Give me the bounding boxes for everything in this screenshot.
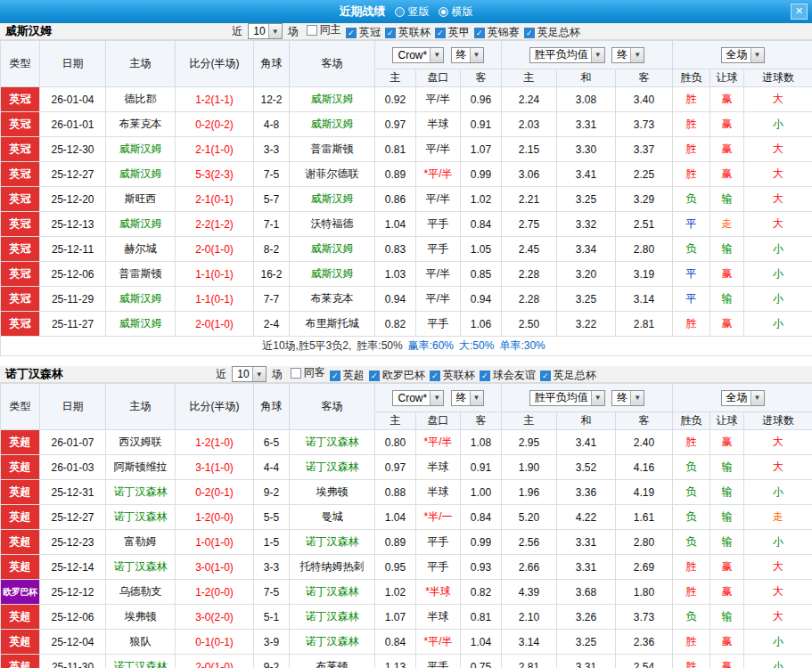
- view-option-vertical[interactable]: 竖版: [395, 4, 430, 20]
- result-handicap: 赢: [710, 137, 744, 162]
- match-date: 25-12-06: [40, 262, 106, 287]
- filter-checkbox[interactable]: ✓欧罗巴杯: [369, 368, 425, 383]
- score-halftime: 2-1(0-1): [176, 187, 254, 212]
- handicap-line: 平/半: [416, 262, 461, 287]
- filter-checkbox[interactable]: ✓英超: [330, 368, 365, 383]
- away-team: 埃弗顿: [290, 480, 375, 505]
- match-date: 26-01-01: [40, 112, 106, 137]
- sub-header-handicap-result: 让球: [710, 412, 744, 430]
- avg-time-select[interactable]: 终▼: [611, 390, 644, 406]
- avg-time-select[interactable]: 终▼: [611, 47, 644, 63]
- avg-away-odds: 3.73: [616, 605, 673, 630]
- odds-time-select[interactable]: 终▼: [451, 390, 484, 406]
- result-outcome: 胜: [673, 630, 710, 655]
- checkbox-checked-icon[interactable]: ✓: [524, 28, 535, 38]
- scope-select[interactable]: 全场▼: [721, 390, 765, 406]
- handicap-away-odds: 0.84: [461, 505, 502, 530]
- avg-home-odds: 2.81: [502, 655, 557, 668]
- handicap-home-odds: 1.04: [375, 505, 416, 530]
- filter-checkbox[interactable]: ✓英足总杯: [540, 368, 596, 383]
- checkbox-unchecked-icon[interactable]: [307, 25, 317, 36]
- checkbox-checked-icon[interactable]: ✓: [540, 371, 551, 381]
- match-date: 25-11-27: [40, 312, 106, 337]
- score-halftime: 1-0(1-0): [176, 530, 254, 555]
- result-outcome: 负: [673, 187, 710, 212]
- match-row: 欧罗巴杯25-12-12乌德勒支1-2(0-0)7-5诺丁汉森林1.02*半球0…: [1, 580, 812, 605]
- result-outcome: 胜: [673, 430, 710, 455]
- filter-checkbox[interactable]: ✓英联杯: [430, 368, 475, 383]
- chevron-down-icon: ▼: [430, 391, 443, 405]
- checkbox-checked-icon[interactable]: ✓: [480, 371, 490, 381]
- avg-odds-select[interactable]: 胜平负均值▼: [529, 390, 605, 406]
- checkbox-unchecked-icon[interactable]: [291, 368, 301, 379]
- close-button[interactable]: ✕: [791, 4, 808, 20]
- away-team: 曼城: [290, 505, 375, 530]
- score-halftime: 3-0(1-0): [176, 555, 254, 580]
- bookmaker-select[interactable]: Crow*▼: [392, 47, 444, 63]
- match-count-select[interactable]: 10▼: [232, 366, 266, 382]
- chevron-down-icon: ▼: [591, 48, 604, 62]
- filter-checkbox[interactable]: ✓英甲: [435, 25, 470, 40]
- checkbox-checked-icon[interactable]: ✓: [330, 371, 340, 381]
- avg-away-odds: 3.37: [616, 137, 673, 162]
- bookmaker-select[interactable]: Crow*▼: [392, 390, 444, 406]
- corners: 5-5: [254, 505, 290, 530]
- handicap-home-odds: 0.81: [375, 137, 416, 162]
- handicap-away-odds: 1.06: [461, 312, 502, 337]
- filter-checkbox[interactable]: ✓英锦赛: [474, 25, 520, 40]
- corners: 3-9: [254, 630, 290, 655]
- home-team: 狼队: [106, 630, 176, 655]
- scope-select[interactable]: 全场▼: [721, 47, 765, 63]
- corners: 9-2: [254, 480, 290, 505]
- result-handicap: 输: [710, 505, 744, 530]
- sub-header-home-odds: 主: [375, 412, 416, 430]
- checkbox-label: 同主: [320, 22, 341, 37]
- bookmaker-select-value: Crow*: [393, 49, 430, 61]
- result-outcome: 负: [673, 455, 710, 480]
- result-outcome: 负: [673, 505, 710, 530]
- matches-table: 类型 日期 主场 比分(半场) 角球 客场 Crow*▼ 终▼ 胜平负均值▼ 终…: [0, 40, 812, 356]
- avg-odds-select[interactable]: 胜平负均值▼: [529, 47, 605, 63]
- result-goals: 小: [744, 630, 812, 655]
- corners: 6-5: [254, 430, 290, 455]
- handicap-home-odds: 0.92: [375, 87, 416, 112]
- checkbox-checked-icon[interactable]: ✓: [385, 28, 396, 38]
- match-count-select[interactable]: 10▼: [248, 23, 282, 39]
- sub-header-result: 胜负: [673, 412, 710, 430]
- match-row: 英冠25-12-20斯旺西2-1(0-1)5-7威斯汉姆0.86平/半1.022…: [1, 187, 812, 212]
- match-date: 25-12-27: [40, 505, 106, 530]
- filter-checkbox[interactable]: 同客: [291, 365, 325, 380]
- near-label: 近: [216, 367, 226, 382]
- match-date: 25-12-30: [40, 137, 106, 162]
- handicap-home-odds: 0.80: [375, 430, 416, 455]
- filter-checkbox[interactable]: ✓球会友谊: [480, 368, 536, 383]
- checkbox-checked-icon[interactable]: ✓: [369, 371, 380, 381]
- odds-time-select[interactable]: 终▼: [451, 47, 484, 63]
- home-team: 普雷斯顿: [106, 262, 176, 287]
- filter-checkbox[interactable]: ✓英冠: [346, 25, 381, 40]
- match-row: 英冠25-12-06普雷斯顿1-1(0-1)16-2威斯汉姆1.03平/半0.8…: [1, 262, 812, 287]
- league-badge: 英超: [1, 630, 40, 655]
- corners: 3-3: [254, 555, 290, 580]
- score-halftime: 3-1(1-0): [176, 455, 254, 480]
- checkbox-checked-icon[interactable]: ✓: [346, 28, 357, 38]
- checkbox-checked-icon[interactable]: ✓: [435, 28, 446, 38]
- avg-draw-odds: 3.36: [557, 480, 616, 505]
- checkbox-checked-icon[interactable]: ✓: [430, 371, 440, 381]
- handicap-line: 平手: [416, 555, 461, 580]
- score-halftime: 1-2(0-0): [176, 505, 254, 530]
- view-option-horizontal[interactable]: 横版: [439, 4, 473, 20]
- col-header-type: 类型: [1, 384, 40, 430]
- corners: 5-7: [254, 187, 290, 212]
- league-badge: 英超: [1, 655, 40, 668]
- handicap-home-odds: 0.83: [375, 237, 416, 262]
- chevron-down-icon: ▼: [630, 48, 644, 62]
- handicap-line: *平/半: [416, 430, 461, 455]
- filter-checkbox[interactable]: ✓英联杯: [385, 25, 431, 40]
- avg-draw-odds: 3.31: [557, 655, 616, 668]
- result-goals: 小: [744, 262, 812, 287]
- checkbox-checked-icon[interactable]: ✓: [474, 28, 485, 38]
- result-outcome: 平: [673, 287, 710, 312]
- filter-checkbox[interactable]: 同主: [307, 22, 341, 37]
- filter-checkbox[interactable]: ✓英足总杯: [524, 25, 580, 40]
